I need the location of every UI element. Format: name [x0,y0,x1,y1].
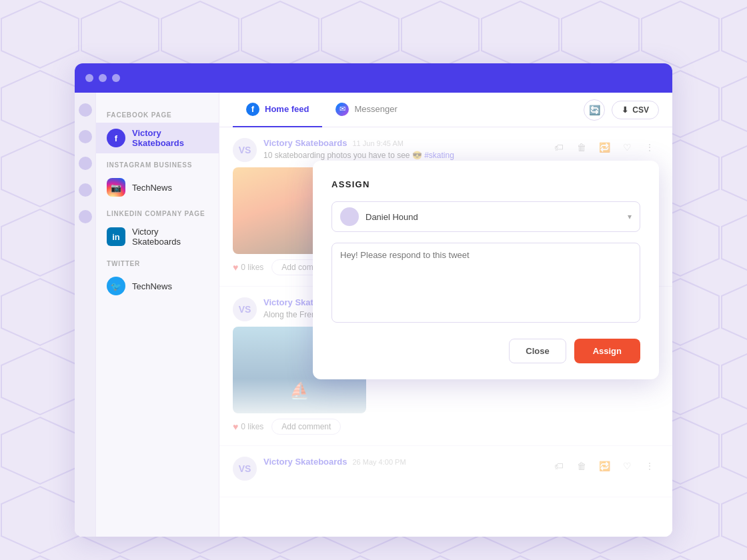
assignee-name: Daniel Hound [365,212,621,222]
assign-modal: ASSIGN Daniel Hound ▾ Close Assign [313,161,659,379]
section-label-instagram: INSTAGRAM BUSINESS [96,153,219,173]
tab-home-feed-label: Home feed [265,104,309,114]
refresh-button[interactable]: 🔄 [584,99,605,121]
window-dot-3[interactable] [112,74,120,82]
tab-messenger[interactable]: ✉ Messenger [322,93,410,127]
victory-fb-icon: f [107,129,125,147]
tab-home-feed[interactable]: f Home feed [233,93,322,127]
window-dot-1[interactable] [85,74,93,82]
assign-message-textarea[interactable] [331,243,640,323]
window-dot-2[interactable] [99,74,107,82]
technews-ig-icon: 📷 [107,178,125,197]
section-label-facebook: FACEBOOK PAGE [96,103,219,123]
section-label-twitter: TWITTER [96,252,219,271]
sidebar-item-victory-li[interactable]: in Victory Skateboards [96,221,219,252]
sidebar-item-technews-tw[interactable]: 🐦 TechNews [96,271,219,301]
msg-tab-icon: ✉ [335,103,349,116]
tabs-left: f Home feed ✉ Messenger [233,93,411,127]
assignee-dropdown[interactable]: Daniel Hound ▾ [331,201,640,232]
sidebar-item-victory-fb[interactable]: f Victory Skateboards [96,123,219,153]
collapsed-dot-1 [79,103,92,117]
csv-download-icon: ⬇ [622,105,628,115]
tab-messenger-label: Messenger [354,104,397,114]
feed-scroll[interactable]: VS Victory Skateboards 11 Jun 9:45 AM 10… [219,127,672,537]
victory-li-icon: in [107,227,125,246]
sidebar: FACEBOOK PAGE f Victory Skateboards INST… [96,93,219,537]
browser-window: FACEBOOK PAGE f Victory Skateboards INST… [75,63,672,537]
close-button[interactable]: Close [509,339,566,363]
tabs-right: 🔄 ⬇ CSV [584,99,659,121]
technews-ig-label: TechNews [132,183,172,193]
collapsed-dot-3 [79,157,92,170]
modal-footer: Close Assign [331,339,640,363]
title-bar [75,63,672,93]
content-area: FACEBOOK PAGE f Victory Skateboards INST… [75,93,672,537]
technews-tw-icon: 🐦 [107,277,125,295]
csv-button[interactable]: ⬇ CSV [612,101,659,119]
main-feed: f Home feed ✉ Messenger 🔄 ⬇ CSV [219,93,672,537]
modal-title: ASSIGN [331,179,640,189]
victory-li-label: Victory Skateboards [132,227,208,247]
sidebar-item-technews-ig[interactable]: 📷 TechNews [96,173,219,202]
technews-tw-label: TechNews [132,281,172,291]
dropdown-arrow-icon: ▾ [628,212,632,221]
section-label-linkedin: LINKEDIN COMPANY PAGE [96,202,219,221]
assign-button[interactable]: Assign [574,339,640,363]
csv-label: CSV [632,105,649,115]
collapsed-dot-2 [79,130,92,143]
collapsed-dot-5 [79,210,92,223]
tabs-bar: f Home feed ✉ Messenger 🔄 ⬇ CSV [219,93,672,127]
collapsed-dot-4 [79,183,92,197]
assignee-avatar [340,207,359,226]
fb-tab-icon: f [246,103,259,116]
victory-fb-label: Victory Skateboards [132,128,208,148]
collapsed-sidebar [75,93,96,537]
